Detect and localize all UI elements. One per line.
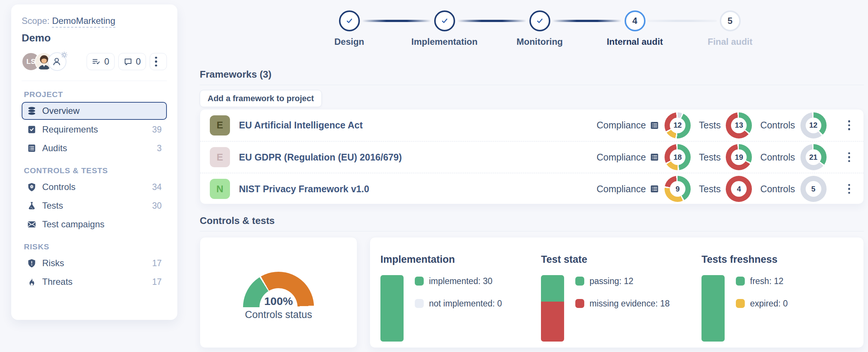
sidebar-item-overview[interactable]: Overview [22,102,167,120]
step-circle-active: 4 [625,10,645,31]
step-implementation[interactable]: Implementation [397,9,492,47]
framework-name[interactable]: EU Artificial Intelligence Act [239,120,597,131]
step-label: Monitoring [517,37,563,47]
legend-item: implemented: 30 [415,276,502,286]
scope-value-link[interactable]: DemoMarketing [52,16,115,28]
framework-badge: N [210,179,230,199]
check-icon [345,16,354,26]
step-monitoring[interactable]: Monitoring [492,9,587,47]
sidebar-item-label: Test campaigns [42,219,105,230]
framework-name[interactable]: EU GDPR (Regulation (EU) 2016/679) [239,152,597,163]
member-avatars: LS [22,52,66,71]
framework-row-eu-gdpr[interactable]: E EU GDPR (Regulation (EU) 2016/679) Com… [200,141,864,173]
tasks-count: 0 [104,56,109,67]
counter-buttons: 0 0 [87,53,167,70]
compliance-label: Compliance [597,184,659,194]
step-design[interactable]: Design [302,9,397,47]
scope-row: Scope: DemoMarketing [22,16,167,26]
kebab-icon [848,120,850,130]
tests-label: Tests [699,120,721,131]
fire-icon [27,277,37,287]
checkbox-board-icon [27,125,37,134]
database-icon [27,106,37,116]
tasks-counter-button[interactable]: 0 [87,53,114,70]
tests-label: Tests [699,152,721,163]
audit-stepper: Design Implementation Monitoring 4 Inter… [302,9,780,54]
compliance-donut: 9 [665,176,691,202]
controls-label: Controls [760,120,795,131]
sidebar-item-label: Tests [42,200,63,211]
implementation-bar [380,275,404,342]
item-count: 34 [152,182,162,192]
controls-status-card: 100% Controls status [200,237,357,348]
sidebar-item-label: Threats [42,277,72,287]
legend-swatch [415,299,424,308]
tests-freshness-bar [701,275,725,342]
sidebar-item-label: Audits [42,143,67,153]
step-label: Implementation [411,37,477,47]
framework-kebab-button[interactable] [848,184,850,194]
controls-label: Controls [760,184,795,194]
framework-badge: E [210,147,230,167]
compliance-donut: 18 [665,144,691,170]
comments-counter-button[interactable]: 0 [118,53,146,70]
section-label-controls-tests: CONTROLS & TESTS [22,166,167,175]
step-final-audit[interactable]: 5 Final audit [682,9,778,47]
legend-item: passing: 12 [575,276,670,286]
controls-tests-charts-card: Implementation implemented: 30 not imple… [370,237,864,348]
step-label: Final audit [708,37,753,47]
scope-label: Scope: [22,16,50,26]
controls-label: Controls [760,152,795,163]
legend: fresh: 12 expired: 0 [736,276,788,342]
chart-title: Test state [541,254,701,265]
implementation-chart: Implementation implemented: 30 not imple… [380,237,541,342]
legend-item: not implemented: 0 [415,298,502,309]
frameworks-list: E EU Artificial Intelligence Act Complia… [200,109,864,204]
item-count: 17 [152,277,162,287]
kebab-icon [155,57,157,67]
compliance-report-icon [650,184,659,194]
manage-members-button[interactable] [48,52,66,71]
legend-item: missing evidence: 18 [575,298,670,309]
sidebar-item-label: Overview [42,106,80,116]
sidebar-item-audits[interactable]: Audits 3 [22,139,167,157]
sidebar-item-requirements[interactable]: Requirements 39 [22,121,167,138]
tests-freshness-chart: Tests freshness fresh: 12 expired: 0 [701,237,862,342]
task-list-check-icon [92,57,101,66]
legend-swatch [575,277,584,286]
framework-kebab-button[interactable] [848,152,850,162]
chart-title: Implementation [380,254,541,265]
legend-swatch [736,277,745,286]
frameworks-section-title: Frameworks (3) [200,69,271,80]
shield-alert-icon [27,258,37,268]
step-circle-future: 5 [720,10,741,31]
step-label: Design [334,37,364,47]
gauge-value: 100% [200,295,357,308]
sidebar-item-test-campaigns[interactable]: Test campaigns [22,215,167,233]
sidebar-item-label: Controls [42,182,75,192]
avatar-row: LS [22,52,167,71]
sidebar-item-threats[interactable]: Threats 17 [22,273,167,291]
framework-row-eu-ai-act[interactable]: E EU Artificial Intelligence Act Complia… [200,109,864,141]
step-internal-audit[interactable]: 4 Internal audit [587,9,682,47]
tests-donut: 4 [726,176,752,202]
add-framework-button[interactable]: Add a framework to project [200,90,322,107]
step-connector [362,20,431,22]
sidebar-item-tests[interactable]: Tests 30 [22,197,167,215]
controls-donut: 12 [800,112,827,138]
tests-label: Tests [699,184,721,194]
sidebar-item-controls[interactable]: Controls 34 [22,178,167,196]
item-count: 30 [152,201,162,211]
framework-kebab-button[interactable] [848,120,850,130]
chart-title: Tests freshness [701,254,862,265]
list-board-icon [27,143,37,153]
framework-name[interactable]: NIST Privacy Framework v1.0 [239,184,597,194]
controls-donut: 21 [800,144,827,170]
section-rule [200,85,864,85]
item-count: 17 [152,258,162,268]
project-title: Demo [22,32,167,44]
compliance-report-icon [650,121,659,130]
sidebar-item-risks[interactable]: Risks 17 [22,254,167,272]
sidebar-kebab-button[interactable] [150,53,167,70]
framework-row-nist-privacy[interactable]: N NIST Privacy Framework v1.0 Compliance… [200,173,864,204]
